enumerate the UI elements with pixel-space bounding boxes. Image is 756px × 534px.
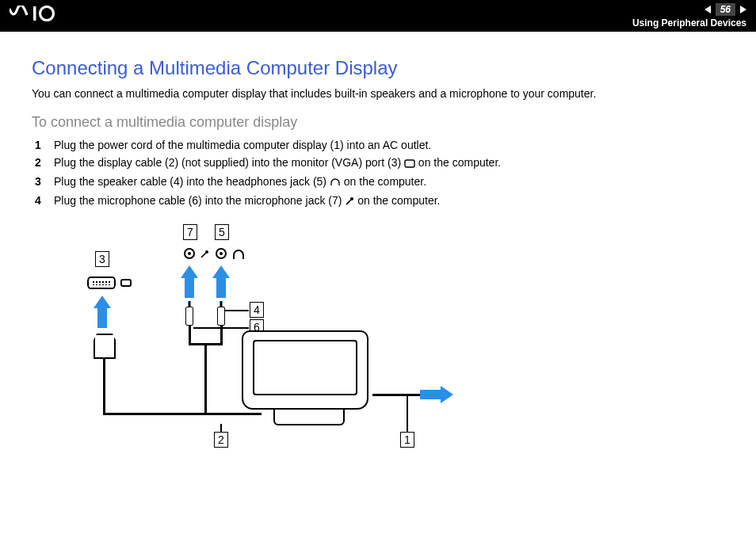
mic-symbol-icon [200, 250, 209, 259]
step-text: Plug the display cable (2) (not supplied… [54, 156, 404, 169]
power-cable [372, 394, 420, 396]
callout-2: 2 [214, 432, 228, 448]
callout-3: 3 [95, 251, 109, 267]
page-navigation: 56 [704, 3, 746, 16]
svg-line-5 [201, 253, 206, 257]
headphone-jack-icon [216, 248, 227, 259]
leader-line [225, 310, 249, 311]
arrow-up-icon [212, 265, 230, 299]
page-header: 56 Using Peripheral Devices [0, 0, 756, 32]
step-3: Plug the speaker cable (4) into the head… [54, 175, 724, 189]
section-title: Using Peripheral Devices [632, 17, 746, 29]
arrow-up-icon [181, 265, 198, 299]
svg-point-1 [40, 7, 54, 21]
cable [204, 345, 207, 414]
svg-rect-2 [405, 160, 414, 167]
step-2: Plug the display cable (2) (not supplied… [54, 156, 724, 170]
step-text: Plug the power cord of the multimedia co… [54, 139, 431, 151]
svg-point-4 [350, 197, 353, 200]
arrow-right-icon [420, 386, 453, 403]
prev-page-arrow-icon[interactable] [704, 6, 711, 13]
vga-shape-icon [87, 277, 116, 289]
step-4: Plug the microphone cable (6) into the m… [54, 194, 724, 208]
monitor-port-icon [120, 279, 132, 287]
cable [220, 326, 223, 345]
svg-rect-0 [33, 6, 36, 21]
callout-7: 7 [183, 224, 197, 240]
connection-diagram: 3 7 5 4 6 2 1 [71, 219, 468, 457]
callout-5: 5 [215, 224, 229, 240]
monitor-illustration [242, 330, 376, 425]
mic-icon [345, 196, 354, 208]
vaio-logo [10, 6, 68, 26]
cable [103, 359, 105, 414]
svg-point-6 [205, 250, 208, 254]
step-1: Plug the power cord of the multimedia co… [54, 139, 724, 151]
page-title: Connecting a Multimedia Computer Display [32, 57, 724, 79]
leader-line [407, 396, 408, 432]
mic-jack-icon [184, 248, 195, 259]
vga-port [87, 277, 132, 289]
step-text-b: on the computer. [354, 194, 440, 207]
arrow-up-icon [94, 296, 111, 329]
headphone-icon [330, 177, 341, 189]
audio-plug-icon [217, 307, 225, 326]
step-text: Plug the speaker cable (4) into the head… [54, 175, 330, 188]
page-content: Connecting a Multimedia Computer Display… [0, 32, 756, 457]
audio-plug-icon [185, 307, 193, 326]
vga-connector-icon [94, 334, 116, 359]
procedure-steps: Plug the power cord of the multimedia co… [32, 139, 724, 208]
page-number: 56 [716, 3, 735, 16]
callout-4: 4 [250, 302, 264, 318]
headphone-symbol-icon [233, 250, 244, 259]
step-text-b: on the computer. [415, 156, 501, 169]
leader-line [220, 424, 222, 432]
step-text: Plug the microphone cable (6) into the m… [54, 194, 345, 207]
svg-line-3 [346, 200, 351, 204]
monitor-icon [404, 158, 415, 170]
callout-1: 1 [400, 432, 414, 448]
cable [189, 326, 191, 345]
next-page-arrow-icon[interactable] [740, 6, 746, 13]
step-text-b: on the computer. [341, 175, 426, 188]
intro-text: You can connect a multimedia computer di… [32, 87, 724, 100]
procedure-subtitle: To connect a multimedia computer display [32, 114, 724, 131]
